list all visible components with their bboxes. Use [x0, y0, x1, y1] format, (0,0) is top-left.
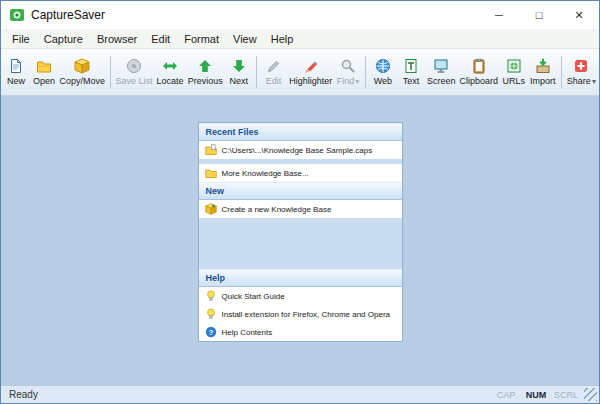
toolbar-button-label: Web	[374, 76, 392, 86]
panel-gap	[199, 218, 402, 269]
toolbar-separator	[110, 56, 111, 88]
toolbar-button-label: Share	[567, 76, 591, 86]
folder-icon	[205, 167, 217, 179]
toolbar-button-new[interactable]: New	[2, 51, 30, 93]
toolbar-button-locate[interactable]: Locate	[154, 51, 185, 93]
monitor-icon	[433, 58, 449, 74]
chevron-down-icon: ▾	[355, 77, 359, 86]
lightbulb-icon	[205, 290, 217, 302]
pencil-icon	[266, 58, 282, 74]
main-area: Recent Files C:\Users\...\Knowledge Base…	[1, 96, 599, 385]
scroll-lock-indicator: SCRL	[551, 390, 581, 400]
quick-start-guide-item[interactable]: Quick Start Guide	[199, 287, 402, 305]
toolbar-button-label: Import	[530, 76, 556, 86]
toolbar-button-clipboard[interactable]: Clipboard	[458, 51, 500, 93]
menu-format[interactable]: Format	[177, 31, 226, 47]
toolbar-button-label: Highlighter	[289, 76, 332, 86]
share-plus-icon	[573, 58, 589, 74]
toolbar-button-label: Save List	[116, 76, 153, 86]
toolbar-separator	[561, 56, 562, 88]
close-button[interactable]: ✕	[559, 1, 599, 29]
toolbar-button-web[interactable]: Web	[369, 51, 397, 93]
urls-icon	[506, 58, 522, 74]
install-extension-item[interactable]: Install extension for Firefox, Chrome an…	[199, 305, 402, 323]
toolbar-button-screen[interactable]: Screen	[425, 51, 458, 93]
status-bar: Ready CAP NUM SCRL	[1, 385, 599, 403]
new-knowledge-base-icon	[205, 203, 217, 215]
more-knowledge-base-item[interactable]: More Knowledge Base...	[199, 164, 402, 182]
toolbar-button-highlighter[interactable]: Highlighter	[288, 51, 334, 93]
toolbar-button-text[interactable]: Text	[397, 51, 425, 93]
maximize-button[interactable]: □	[519, 1, 559, 29]
help-section-list: Quick Start Guide Install extension for …	[199, 287, 402, 341]
status-text: Ready	[9, 389, 38, 400]
menu-edit[interactable]: Edit	[144, 31, 177, 47]
help-question-icon: ?	[205, 326, 217, 338]
locate-arrows-icon	[162, 58, 178, 74]
toolbar-button-label: Next	[229, 76, 248, 86]
toolbar-button-label: Open	[33, 76, 55, 86]
toolbar-button-open[interactable]: Open	[30, 51, 58, 93]
help-contents-item[interactable]: ? Help Contents	[199, 323, 402, 341]
help-section-header: Help	[199, 269, 402, 287]
menu-bar: File Capture Browser Edit Format View He…	[1, 29, 599, 49]
magnifier-icon	[340, 58, 356, 74]
toolbar-button-save-list: Save List	[114, 51, 155, 93]
toolbar-button-label: Clipboard	[460, 76, 499, 86]
menu-view[interactable]: View	[226, 31, 264, 47]
status-indicators: CAP NUM SCRL	[491, 388, 597, 401]
text-document-icon	[403, 58, 419, 74]
recent-file-item[interactable]: C:\Users\...\Knowledge Base Sample.caps	[199, 141, 402, 159]
menu-help[interactable]: Help	[264, 31, 301, 47]
toolbar-button-label: Screen	[427, 76, 456, 86]
app-window: CaptureSaver ─ □ ✕ File Capture Browser …	[0, 0, 600, 404]
toolbar-button-label: Locate	[157, 76, 184, 86]
install-extension-label: Install extension for Firefox, Chrome an…	[222, 310, 391, 319]
open-folder-icon	[36, 58, 52, 74]
toolbar-button-previous[interactable]: Previous	[186, 51, 225, 93]
recent-files-header: Recent Files	[199, 123, 402, 141]
new-document-icon	[8, 58, 24, 74]
save-list-icon	[126, 58, 142, 74]
import-icon	[535, 58, 551, 74]
app-icon	[9, 7, 25, 23]
menu-capture[interactable]: Capture	[37, 31, 90, 47]
svg-text:?: ?	[208, 328, 213, 337]
help-contents-label: Help Contents	[222, 328, 273, 337]
highlighter-icon	[303, 58, 319, 74]
toolbar-button-copy-move[interactable]: Copy/Move	[58, 51, 107, 93]
clipboard-icon	[471, 58, 487, 74]
down-arrow-icon	[231, 58, 247, 74]
start-panel: Recent Files C:\Users\...\Knowledge Base…	[198, 122, 403, 342]
toolbar-button-next[interactable]: Next	[225, 51, 253, 93]
toolbar-button-find: Find ▾	[334, 51, 362, 93]
toolbar-separator	[365, 56, 366, 88]
num-lock-indicator: NUM	[521, 390, 551, 400]
toolbar: New Open Copy/Move Save List Locat	[1, 49, 599, 96]
toolbar-button-share[interactable]: Share ▾	[565, 51, 598, 93]
toolbar-button-edit: Edit	[260, 51, 288, 93]
up-arrow-icon	[197, 58, 213, 74]
recent-files-list: C:\Users\...\Knowledge Base Sample.caps …	[199, 141, 402, 182]
caps-lock-indicator: CAP	[491, 390, 521, 400]
resize-grip[interactable]	[584, 388, 597, 401]
new-section-list: Create a new Knowledge Base	[199, 200, 402, 218]
toolbar-button-label: Find	[337, 76, 355, 86]
window-title: CaptureSaver	[31, 8, 105, 22]
toolbar-button-label: Text	[403, 76, 420, 86]
window-controls: ─ □ ✕	[479, 1, 599, 29]
folder-file-icon	[205, 144, 217, 156]
lightbulb-icon	[205, 308, 217, 320]
toolbar-button-import[interactable]: Import	[528, 51, 558, 93]
toolbar-separator	[256, 56, 257, 88]
create-knowledge-base-item[interactable]: Create a new Knowledge Base	[199, 200, 402, 218]
title-bar: CaptureSaver ─ □ ✕	[1, 1, 599, 29]
menu-browser[interactable]: Browser	[90, 31, 144, 47]
toolbar-button-label: New	[7, 76, 25, 86]
toolbar-button-urls[interactable]: URLs	[500, 51, 528, 93]
minimize-button[interactable]: ─	[479, 1, 519, 29]
create-knowledge-base-label: Create a new Knowledge Base	[222, 205, 332, 214]
toolbar-button-label: URLs	[503, 76, 526, 86]
toolbar-button-label: Edit	[266, 76, 282, 86]
menu-file[interactable]: File	[5, 31, 37, 47]
